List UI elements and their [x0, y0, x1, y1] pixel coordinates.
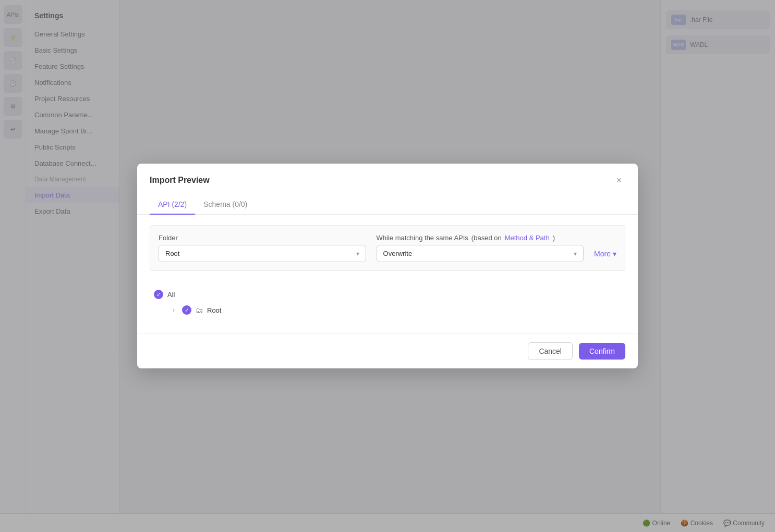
tree-item-all: ✓ All — [150, 287, 625, 302]
tree-container: ✓ All › ✓ 🗂 Root — [150, 281, 625, 323]
folder-select[interactable]: Root ▾ — [159, 245, 366, 262]
matching-label-group: While matching the same APIs (based on M… — [377, 234, 584, 242]
cancel-button[interactable]: Cancel — [528, 342, 573, 360]
matching-group: While matching the same APIs (based on M… — [377, 234, 584, 262]
folder-group: Folder Root ▾ — [159, 234, 366, 262]
form-row: Folder Root ▾ While matching the same AP… — [150, 225, 625, 271]
folder-value: Root — [165, 250, 179, 257]
modal-tabs: API (2/2) Schema (0/0) — [137, 195, 638, 215]
all-label: All — [167, 291, 175, 299]
matching-select[interactable]: Overwrite ▾ — [377, 245, 584, 262]
root-label: Root — [207, 306, 221, 314]
confirm-button[interactable]: Confirm — [579, 343, 625, 360]
more-button[interactable]: More ▾ — [594, 245, 616, 262]
root-folder-icon: 🗂 — [196, 306, 203, 314]
modal-title: Import Preview — [150, 176, 210, 185]
folder-chevron-icon: ▾ — [356, 250, 359, 257]
modal-body: Folder Root ▾ While matching the same AP… — [137, 215, 638, 333]
tab-api[interactable]: API (2/2) — [150, 195, 195, 215]
matching-sub-label: (based on — [471, 234, 502, 242]
root-expand-icon[interactable]: › — [169, 306, 178, 314]
import-preview-modal: Import Preview × API (2/2) Schema (0/0) … — [137, 164, 638, 368]
more-label: More — [594, 250, 611, 258]
folder-label: Folder — [159, 234, 366, 242]
modal-footer: Cancel Confirm — [137, 333, 638, 368]
more-chevron-icon: ▾ — [613, 250, 616, 258]
modal-header: Import Preview × — [137, 164, 638, 195]
matching-link[interactable]: Method & Path — [505, 234, 550, 242]
matching-label: While matching the same APIs — [377, 234, 468, 242]
modal-close-button[interactable]: × — [613, 174, 625, 187]
tree-item-root: › ✓ 🗂 Root — [165, 302, 625, 318]
matching-link-end: ) — [553, 234, 555, 242]
matching-value: Overwrite — [383, 250, 413, 257]
all-checkbox[interactable]: ✓ — [154, 290, 163, 299]
root-checkbox[interactable]: ✓ — [182, 305, 191, 315]
matching-chevron-icon: ▾ — [574, 250, 577, 257]
tab-schema[interactable]: Schema (0/0) — [195, 195, 256, 215]
modal-overlay: Import Preview × API (2/2) Schema (0/0) … — [0, 0, 775, 532]
